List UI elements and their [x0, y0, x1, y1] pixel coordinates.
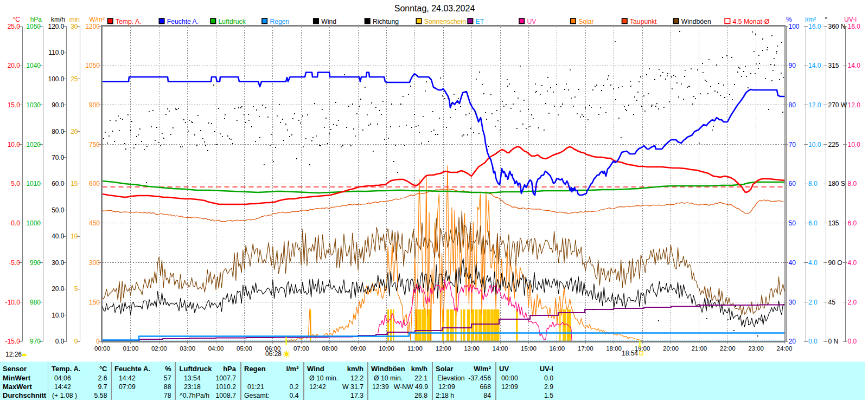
svg-text:78: 78	[164, 392, 171, 399]
svg-text:12:09: 12:09	[501, 383, 518, 391]
svg-text:04:06: 04:06	[54, 374, 71, 382]
svg-text:-37.456: -37.456	[468, 374, 491, 382]
svg-text:5.58: 5.58	[94, 392, 107, 399]
svg-text:Solar: Solar	[436, 365, 454, 373]
svg-text:Luftdruck: Luftdruck	[180, 365, 213, 373]
svg-text:Wind: Wind	[307, 365, 324, 373]
svg-text:12:39: 12:39	[372, 383, 389, 391]
svg-text:%: %	[165, 365, 171, 373]
svg-text:Durchschnitt: Durchschnitt	[3, 391, 47, 399]
svg-text:14:42: 14:42	[54, 383, 71, 391]
svg-text:17.3: 17.3	[350, 392, 363, 399]
svg-text:12:42: 12:42	[309, 383, 326, 391]
svg-text:01:21: 01:21	[247, 383, 264, 391]
svg-text:84: 84	[483, 392, 491, 399]
svg-text:26.8: 26.8	[414, 392, 427, 399]
svg-text:km/h: km/h	[347, 365, 363, 373]
svg-text:W/m²: W/m²	[474, 365, 491, 373]
svg-text:2.9: 2.9	[544, 383, 553, 391]
svg-text:W 31.7: W 31.7	[342, 383, 363, 391]
svg-text:88: 88	[164, 383, 171, 391]
svg-text:MaxWert: MaxWert	[3, 383, 33, 391]
svg-text:1010.2: 1010.2	[215, 383, 236, 391]
svg-text:Sensor: Sensor	[3, 365, 27, 373]
svg-text:12:09: 12:09	[438, 383, 455, 391]
svg-text:0.2: 0.2	[289, 383, 298, 391]
svg-text:hPa: hPa	[223, 365, 237, 373]
svg-text:MinWert: MinWert	[3, 374, 31, 382]
svg-text:Ø 10 min.: Ø 10 min.	[309, 374, 338, 382]
svg-text:1008.7: 1008.7	[215, 392, 236, 399]
svg-text:00:00: 00:00	[501, 374, 518, 382]
svg-text:Feuchte A.: Feuchte A.	[114, 365, 150, 373]
svg-text:13:54: 13:54	[184, 374, 201, 382]
svg-text:^0.7hPa/h: ^0.7hPa/h	[180, 392, 209, 399]
svg-text:Windböen: Windböen	[371, 365, 405, 373]
svg-text:23:18: 23:18	[184, 383, 201, 391]
svg-text:°C: °C	[99, 365, 107, 373]
svg-text:(+ 1.08 ): (+ 1.08 )	[52, 392, 77, 399]
svg-text:UV-I: UV-I	[540, 365, 553, 373]
svg-text:Regen: Regen	[244, 365, 266, 373]
svg-text:Temp. A.: Temp. A.	[52, 365, 80, 373]
svg-text:W-NW 49.9: W-NW 49.9	[394, 383, 428, 391]
svg-text:l/m²: l/m²	[286, 365, 299, 373]
svg-text:Elevation: Elevation	[437, 374, 465, 382]
svg-text:Ø 10 min.: Ø 10 min.	[374, 374, 403, 382]
svg-text:12.2: 12.2	[350, 374, 363, 382]
svg-text:0.4: 0.4	[289, 392, 298, 399]
svg-text:0.0: 0.0	[544, 374, 553, 382]
svg-text:1.5: 1.5	[544, 392, 553, 399]
svg-text:9.7: 9.7	[98, 383, 107, 391]
svg-text:UV: UV	[499, 365, 509, 373]
svg-text:07:09: 07:09	[119, 383, 136, 391]
svg-text:668: 668	[480, 383, 491, 391]
svg-text:km/h: km/h	[411, 365, 427, 373]
svg-text:Gesamt:: Gesamt:	[244, 392, 269, 399]
svg-text:1007.7: 1007.7	[215, 374, 236, 382]
svg-text:2.6: 2.6	[98, 374, 107, 382]
svg-text:14:42: 14:42	[119, 374, 136, 382]
svg-text:57: 57	[164, 374, 171, 382]
svg-text:22.1: 22.1	[414, 374, 427, 382]
svg-text:2:18 h: 2:18 h	[436, 392, 454, 399]
